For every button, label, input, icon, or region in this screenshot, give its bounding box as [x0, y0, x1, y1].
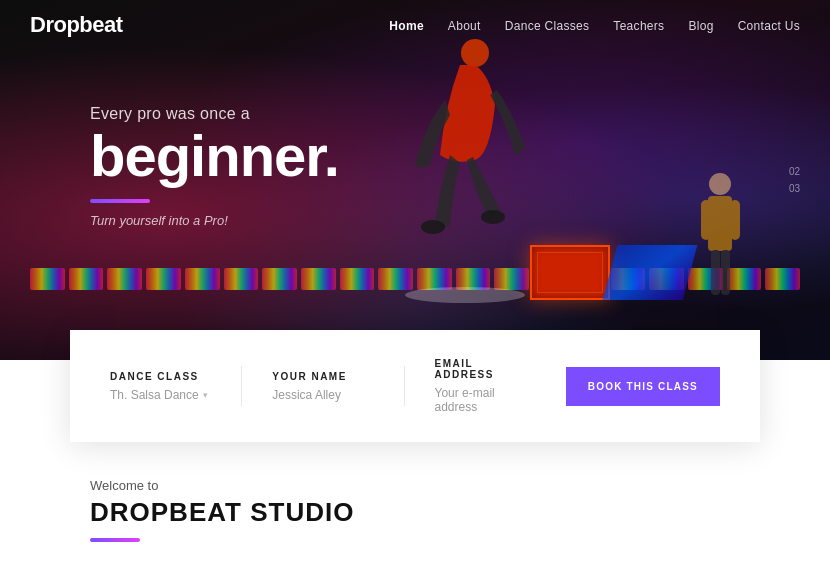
- svg-rect-7: [730, 200, 740, 240]
- hero-accent-bar: [90, 199, 150, 203]
- navbar: Dropbeat Home About Dance Classes Teache…: [0, 0, 830, 50]
- slide-dot-2[interactable]: 02: [789, 166, 800, 177]
- svg-rect-9: [721, 250, 730, 295]
- field-divider-1: [241, 366, 242, 406]
- slide-dot-3[interactable]: 03: [789, 183, 800, 194]
- hero-subtitle: Every pro was once a: [90, 105, 339, 123]
- book-class-button[interactable]: BOOK THIS CLASS: [566, 367, 720, 406]
- nav-item-home[interactable]: Home: [389, 16, 424, 34]
- svg-point-1: [421, 220, 445, 234]
- welcome-section: Welcome to DROPBEAT STUDIO: [0, 442, 830, 562]
- booking-section: DANCE CLASS Th. Salsa Dance ▾ YOUR NAME …: [70, 330, 760, 442]
- hero-content: Every pro was once a beginner. Turn your…: [90, 105, 339, 228]
- svg-point-4: [709, 173, 731, 195]
- hero-tagline: Turn yourself into a Pro!: [90, 213, 339, 228]
- dance-class-value[interactable]: Th. Salsa Dance ▾: [110, 388, 211, 402]
- field-divider-2: [404, 366, 405, 406]
- name-value[interactable]: Jessica Alley: [272, 388, 373, 402]
- nav-links: Home About Dance Classes Teachers Blog C…: [389, 16, 800, 34]
- svg-point-3: [405, 287, 525, 303]
- svg-rect-6: [701, 200, 711, 240]
- dance-class-label: DANCE CLASS: [110, 371, 211, 382]
- svg-rect-8: [711, 250, 720, 295]
- blue-beam: [603, 245, 698, 300]
- hero-section: Dropbeat Home About Dance Classes Teache…: [0, 0, 830, 360]
- dancer-figure: [385, 25, 545, 305]
- nav-item-contact[interactable]: Contact Us: [738, 16, 800, 34]
- logo[interactable]: Dropbeat: [30, 12, 123, 38]
- logo-text: Dropbeat: [30, 12, 123, 37]
- nav-item-about[interactable]: About: [448, 16, 481, 34]
- slide-indicators: 02 03: [789, 166, 800, 194]
- nav-item-teachers[interactable]: Teachers: [613, 16, 664, 34]
- name-field: YOUR NAME Jessica Alley: [272, 371, 373, 402]
- svg-point-2: [481, 210, 505, 224]
- hero-title: beginner.: [90, 127, 339, 185]
- name-label: YOUR NAME: [272, 371, 373, 382]
- studio-name: DROPBEAT STUDIO: [90, 497, 740, 528]
- email-value[interactable]: Your e-mail address: [435, 386, 536, 414]
- chevron-down-icon: ▾: [203, 390, 208, 400]
- nav-item-dance-classes[interactable]: Dance Classes: [505, 16, 590, 34]
- nav-item-blog[interactable]: Blog: [688, 16, 713, 34]
- welcome-prefix: Welcome to: [90, 478, 740, 493]
- email-label: EMAIL ADDRESS: [435, 358, 536, 380]
- dance-class-field: DANCE CLASS Th. Salsa Dance ▾: [110, 371, 211, 402]
- welcome-accent-bar: [90, 538, 140, 542]
- svg-rect-5: [708, 196, 732, 251]
- email-field: EMAIL ADDRESS Your e-mail address: [435, 358, 536, 414]
